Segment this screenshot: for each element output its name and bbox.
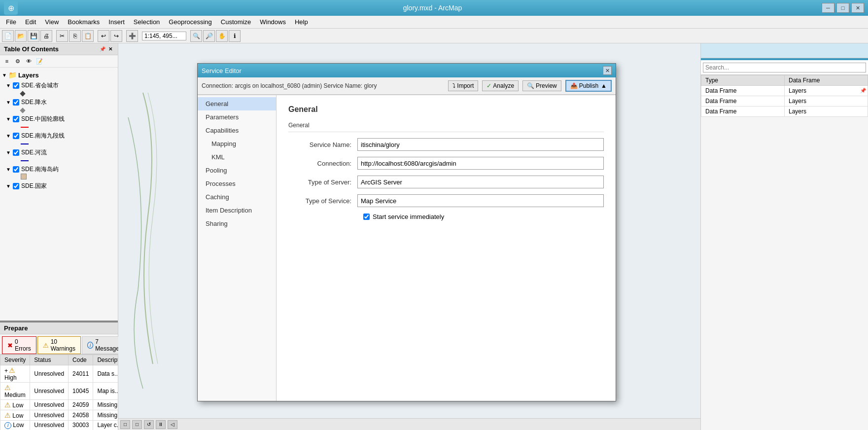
pan-button[interactable]: ✋ [216,30,228,42]
publish-button[interactable]: 📤 Publish ▲ [565,80,612,92]
service-editor-dialog[interactable]: Service Editor ✕ Connection: arcgis on l… [197,63,616,401]
toc-list-view-button[interactable]: ≡ [2,56,12,66]
map-view-btn-1[interactable]: □ [120,420,130,429]
maximize-button[interactable]: □ [836,3,849,13]
nav-mapping[interactable]: Mapping [198,137,276,150]
nav-item-desc[interactable]: Item Description [198,204,276,217]
table-row[interactable]: Data Frame Layers [701,86,868,96]
table-row[interactable]: +⚠ High Unresolved 24011 Data s... [0,365,118,383]
print-button[interactable]: 🖨 [40,30,52,42]
toc-source-view-button[interactable]: ⚙ [13,56,23,66]
toc-title: Table Of Contents [4,45,59,53]
redo-button[interactable]: ↪ [110,30,122,42]
layers-expand-icon[interactable]: ▼ [2,72,7,78]
toc-close-icon[interactable]: ✕ [107,46,114,53]
info-icon: i [87,342,93,349]
layer-expand-icon[interactable]: ▼ [6,100,11,105]
connection-input[interactable] [357,157,604,170]
map-refresh-btn[interactable]: ↺ [144,420,154,429]
layer-checkbox[interactable] [13,166,19,173]
menu-view[interactable]: View [41,17,63,27]
close-button[interactable]: ✕ [851,3,864,13]
toc-dock-button[interactable]: 📌 [99,46,106,53]
layer-expand-icon[interactable]: ▼ [6,133,11,139]
menu-help[interactable]: Help [291,17,312,27]
zoom-in-button[interactable]: 🔍 [190,30,202,42]
layer-checkbox[interactable] [13,99,19,106]
toc-header: Table Of Contents 📌 ✕ [0,43,118,55]
nav-capabilities[interactable]: Capabilities [198,124,276,137]
save-button[interactable]: 💾 [28,30,39,42]
layer-checkbox[interactable] [13,133,19,139]
undo-button[interactable]: ↩ [98,30,109,42]
nav-pooling[interactable]: Pooling [198,164,276,177]
scale-input[interactable] [142,32,186,40]
paste-button[interactable]: 📋 [82,30,94,42]
layer-expand-icon[interactable]: ▼ [6,116,11,122]
identify-button[interactable]: ℹ [229,30,241,42]
warning-icon: ⚠ [9,366,15,374]
table-row[interactable]: ⚠ Low Unresolved 24058 Missing... [0,410,118,421]
minimize-button[interactable]: ─ [822,3,834,13]
layers-folder-icon: 📁 [8,71,17,79]
new-button[interactable]: 📄 [2,30,14,42]
nav-sharing[interactable]: Sharing [198,217,276,230]
menu-geoprocessing[interactable]: Geoprocessing [165,17,215,27]
layer-expand-icon[interactable]: ▼ [6,83,11,88]
analyze-button[interactable]: ✓ Analyze [482,80,519,91]
table-row[interactable]: i Low Unresolved 30003 Layer c... [0,421,118,430]
right-search-input[interactable] [703,63,866,72]
toc-desc-view-button[interactable]: 📝 [35,56,44,66]
layer-expand-icon[interactable]: ▼ [6,150,11,155]
panel-pin-icon[interactable]: 📌 [860,88,866,93]
dialog-titlebar: Service Editor ✕ [198,64,616,77]
cut-button[interactable]: ✂ [56,30,68,42]
table-row[interactable]: Data Frame Layers [701,107,868,117]
start-service-checkbox[interactable] [363,214,370,220]
warnings-tab[interactable]: ⚠ 10 Warnings [37,336,81,354]
table-row[interactable]: ⚠ Low Unresolved 24059 Missing... [0,400,118,410]
map-pause-btn[interactable]: ⏸ [156,420,166,429]
toc-toolbar: ≡ ⚙ 👁 📝 [0,55,118,68]
errors-tab[interactable]: ✖ 0 Errors [2,336,36,354]
nav-general[interactable]: General [198,97,276,110]
toc-visibility-view-button[interactable]: 👁 [24,56,34,66]
add-data-button[interactable]: ➕ [126,30,138,42]
menu-selection[interactable]: Selection [130,17,164,27]
service-name-input[interactable] [357,138,604,151]
app-icon[interactable]: ⊕ [4,1,18,15]
layer-checkbox[interactable] [13,149,19,156]
nav-caching[interactable]: Caching [198,190,276,204]
open-button[interactable]: 📂 [15,30,27,42]
menu-bookmarks[interactable]: Bookmarks [64,17,104,27]
info-icon-2: i [4,422,11,429]
layer-symbol [4,157,118,164]
layer-checkbox[interactable] [13,183,19,189]
dialog-close-button[interactable]: ✕ [603,66,612,75]
menu-windows[interactable]: Windows [256,17,290,27]
layer-checkbox[interactable] [13,116,19,122]
table-row[interactable]: Data Frame Layers [701,96,868,107]
zoom-out-button[interactable]: 🔎 [203,30,215,42]
table-row[interactable]: ⚠ Medium Unresolved 10045 Map is... [0,383,118,400]
layer-checkbox[interactable] [13,82,19,89]
nav-processes[interactable]: Processes [198,177,276,190]
menu-edit[interactable]: Edit [21,17,40,27]
layer-expand-icon[interactable]: ▼ [6,183,11,189]
service-type-input[interactable] [357,194,604,207]
layer-expand-icon[interactable]: ▼ [6,167,11,172]
expand-icon[interactable]: + [4,367,8,374]
copy-button[interactable]: ⎘ [69,30,81,42]
layer-item: ▼ SDE.南海九段线 [4,131,118,141]
menu-customize[interactable]: Customize [217,17,255,27]
preview-button[interactable]: 🔍 Preview [522,80,561,91]
map-nav-btn[interactable]: ◁ [168,420,177,429]
nav-parameters[interactable]: Parameters [198,110,276,124]
menu-insert[interactable]: Insert [104,17,129,27]
menu-file[interactable]: File [2,17,20,27]
server-type-input[interactable] [357,176,604,188]
nav-kml[interactable]: KML [198,150,276,164]
map-view-btn-2[interactable]: □ [132,420,142,429]
import-button[interactable]: ⤵ Import [448,80,478,91]
layer-item: ▼ SDE.省会城市 [4,80,118,91]
